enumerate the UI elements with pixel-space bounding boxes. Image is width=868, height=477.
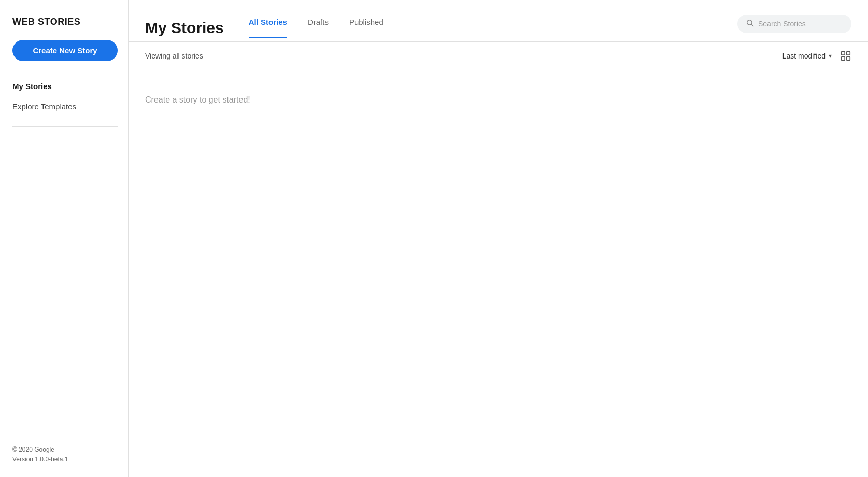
svg-rect-5 (847, 57, 850, 60)
version-text: Version 1.0.0-beta.1 (12, 455, 118, 465)
app-title: WEB STORIES (12, 17, 118, 27)
tab-drafts[interactable]: Drafts (308, 18, 329, 38)
svg-rect-3 (847, 52, 850, 55)
tab-all-stories[interactable]: All Stories (249, 18, 287, 38)
search-box (737, 15, 851, 33)
page-title: My Stories (145, 19, 224, 37)
chevron-down-icon: ▾ (829, 52, 832, 60)
tabs-bar: All Stories Drafts Published (249, 18, 737, 38)
sidebar: WEB STORIES Create New Story My Stories … (0, 0, 129, 477)
search-input[interactable] (758, 20, 843, 28)
header-top: My Stories All Stories Drafts Published (145, 15, 851, 41)
main-content: My Stories All Stories Drafts Published (129, 0, 868, 477)
sidebar-divider (12, 126, 118, 127)
sidebar-item-my-stories[interactable]: My Stories (12, 78, 118, 95)
search-icon (746, 19, 754, 29)
create-new-story-button[interactable]: Create New Story (12, 40, 118, 61)
sidebar-nav: My Stories Explore Templates (12, 78, 118, 118)
viewing-all-text: Viewing all stories (145, 52, 203, 60)
sort-controls: Last modified ▾ (782, 50, 851, 62)
tab-published[interactable]: Published (349, 18, 383, 38)
main-body: Create a story to get started! (129, 70, 868, 477)
grid-view-toggle[interactable] (840, 50, 851, 62)
subheader-bar: Viewing all stories Last modified ▾ (129, 42, 868, 70)
empty-state-message: Create a story to get started! (145, 95, 851, 105)
svg-rect-4 (842, 57, 845, 60)
copyright-text: © 2020 Google (12, 445, 118, 455)
sort-label: Last modified (782, 52, 826, 60)
main-header: My Stories All Stories Drafts Published (129, 0, 868, 42)
search-container (737, 15, 851, 33)
sidebar-item-explore-templates[interactable]: Explore Templates (12, 98, 118, 115)
svg-line-1 (751, 24, 753, 26)
svg-rect-2 (842, 52, 845, 55)
sidebar-footer: © 2020 Google Version 1.0.0-beta.1 (12, 445, 118, 465)
sort-dropdown[interactable]: Last modified ▾ (782, 52, 832, 60)
